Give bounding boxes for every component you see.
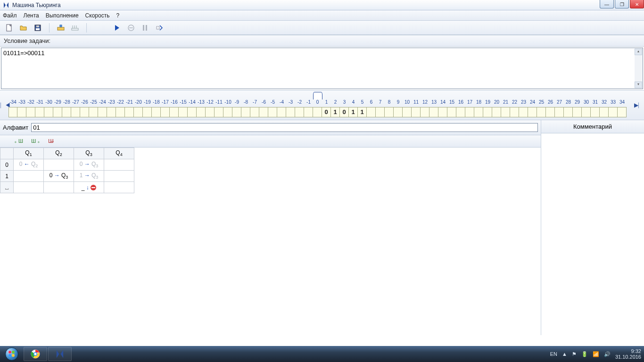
tape-cell[interactable] xyxy=(403,107,412,117)
tray-language[interactable]: EN xyxy=(550,351,557,357)
task-textarea[interactable]: 01011=>00011 ▴▾ xyxy=(1,48,643,89)
step-icon[interactable] xyxy=(155,23,164,33)
tape-cell[interactable]: 1 xyxy=(349,107,358,117)
tape-cell[interactable] xyxy=(161,107,170,117)
minimize-button[interactable]: — xyxy=(600,0,614,8)
tape-cell[interactable] xyxy=(429,107,438,117)
transition-cell[interactable]: 0 → Q3 xyxy=(44,171,74,182)
maximize-button[interactable]: ❐ xyxy=(615,0,629,8)
start-button[interactable] xyxy=(1,346,23,362)
taskbar-item-app[interactable] xyxy=(48,347,72,361)
tape-cell[interactable] xyxy=(609,107,618,117)
transition-cell[interactable]: 0 ← Q2 xyxy=(14,159,44,171)
tape-cell[interactable] xyxy=(268,107,277,117)
tape-cell[interactable] xyxy=(501,107,510,117)
delete-state-icon[interactable]: Ш̶ xyxy=(48,138,55,144)
tape-cell[interactable] xyxy=(286,107,295,117)
tape-cell[interactable] xyxy=(313,107,322,117)
tape-cell[interactable] xyxy=(385,107,394,117)
tape-cell[interactable] xyxy=(555,107,564,117)
tape-cell[interactable] xyxy=(304,107,313,117)
transition-cell[interactable] xyxy=(14,171,44,182)
tape-cell[interactable] xyxy=(412,107,421,117)
tape-cell[interactable] xyxy=(591,107,600,117)
menu-exec[interactable]: Выполнение xyxy=(46,12,79,19)
tape-cell[interactable] xyxy=(421,107,429,117)
tape-cell[interactable] xyxy=(98,107,107,117)
tape-cell[interactable] xyxy=(188,107,197,117)
tape-cell[interactable] xyxy=(89,107,98,117)
tape-cell[interactable] xyxy=(215,107,223,117)
transition-cell[interactable] xyxy=(104,171,134,182)
tape-cell[interactable] xyxy=(528,107,537,117)
tray-clock[interactable]: 9:32 31.10.2016 xyxy=(615,348,641,360)
transition-cell[interactable] xyxy=(44,159,74,171)
tape-cell[interactable] xyxy=(277,107,286,117)
tape-cell[interactable] xyxy=(438,107,447,117)
close-button[interactable]: ✕ xyxy=(630,0,644,8)
tape-scroll-right-icon[interactable]: ▶⎸ xyxy=(636,102,642,108)
taskbar-item-chrome[interactable] xyxy=(24,347,47,361)
menu-speed[interactable]: Скорость xyxy=(85,12,110,19)
menu-tape[interactable]: Лента xyxy=(24,12,39,19)
tape-cell[interactable] xyxy=(241,107,250,117)
comment-body[interactable] xyxy=(541,133,644,335)
tape-cell[interactable] xyxy=(600,107,609,117)
tape-scroll-left-icon[interactable]: ⎸◀ xyxy=(2,102,8,108)
tape-cell[interactable] xyxy=(71,107,80,117)
tape-cell[interactable] xyxy=(44,107,53,117)
tape-cell[interactable]: 1 xyxy=(331,107,340,117)
pause-icon[interactable] xyxy=(140,23,150,33)
tape-cell[interactable] xyxy=(546,107,555,117)
tape-cell[interactable] xyxy=(295,107,304,117)
stop-run-icon[interactable] xyxy=(126,23,136,33)
transition-cell[interactable]: 0 → Q3 xyxy=(74,159,104,171)
tape-cell[interactable] xyxy=(223,107,232,117)
symbol-header[interactable]: 1 xyxy=(0,171,14,182)
tape-cell[interactable] xyxy=(367,107,376,117)
tape-cell[interactable]: 0 xyxy=(322,107,331,117)
tape-cell[interactable]: 0 xyxy=(340,107,349,117)
add-state-left-icon[interactable]: ₊Ш xyxy=(14,138,25,144)
tray-network-icon[interactable]: 📶 xyxy=(593,351,599,357)
tape-cell[interactable] xyxy=(618,107,627,117)
transition-cell[interactable] xyxy=(104,182,134,193)
save-file-icon[interactable] xyxy=(33,23,42,33)
tape-cell[interactable] xyxy=(232,107,241,117)
tray-battery-icon[interactable]: 🔋 xyxy=(581,351,588,357)
tape-edit-icon[interactable] xyxy=(56,23,66,33)
state-header[interactable]: Q2 xyxy=(44,148,74,159)
tape-cell[interactable] xyxy=(447,107,456,117)
tape-cell[interactable] xyxy=(582,107,591,117)
tape-cell[interactable] xyxy=(250,107,259,117)
state-header[interactable]: Q1 xyxy=(14,148,44,159)
tape-cell[interactable] xyxy=(394,107,403,117)
tape-cell[interactable] xyxy=(107,107,116,117)
tape-clear-icon[interactable] xyxy=(70,23,80,33)
tape-cell[interactable] xyxy=(483,107,492,117)
tape-cell[interactable] xyxy=(17,107,26,117)
transition-cell[interactable] xyxy=(14,182,44,193)
tray-volume-icon[interactable]: 🔊 xyxy=(604,351,611,357)
tape-cell[interactable] xyxy=(53,107,62,117)
tape-cell[interactable] xyxy=(62,107,71,117)
symbol-header[interactable]: ⎵ xyxy=(0,182,14,193)
tape-cell[interactable] xyxy=(573,107,582,117)
tape-cell[interactable] xyxy=(519,107,528,117)
transition-cell[interactable]: _ ↓ xyxy=(74,182,104,193)
tape-cell[interactable] xyxy=(152,107,161,117)
tape-cell[interactable]: 1 xyxy=(358,107,367,117)
tape-cell[interactable] xyxy=(206,107,215,117)
tape[interactable]: -34-33-32-31-30-29-28-27-26-25-24-23-22-… xyxy=(8,93,636,117)
tape-cell[interactable] xyxy=(125,107,134,117)
tape-cell[interactable] xyxy=(456,107,465,117)
tape-cell[interactable] xyxy=(465,107,474,117)
state-header[interactable]: Q4 xyxy=(104,148,134,159)
transition-cell[interactable] xyxy=(44,182,74,193)
transition-table[interactable]: Q1Q2Q3Q400 ← Q20 → Q310 → Q31 → Q3⎵_ ↓ xyxy=(0,148,134,193)
new-file-icon[interactable] xyxy=(5,23,14,33)
tape-cell[interactable] xyxy=(35,107,44,117)
tape-cell[interactable] xyxy=(26,107,35,117)
open-file-icon[interactable] xyxy=(19,23,28,33)
menu-help[interactable]: ? xyxy=(116,12,119,19)
